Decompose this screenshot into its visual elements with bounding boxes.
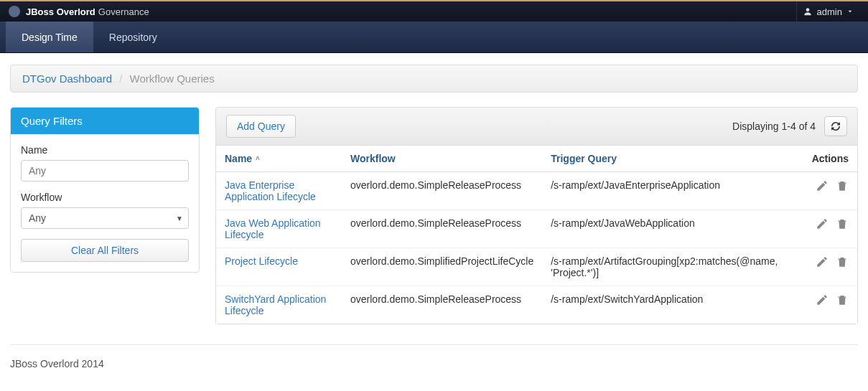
brand-logo-icon: [9, 6, 20, 17]
filters-panel: Query Filters Name Workflow Any ▼: [10, 107, 200, 273]
trigger-cell: /s-ramp/ext/JavaWebApplication: [542, 210, 803, 248]
query-name-link[interactable]: Project Lifecycle: [225, 255, 298, 267]
trash-icon: [836, 179, 849, 192]
header-actions: Actions: [803, 146, 857, 172]
trash-icon: [836, 293, 849, 306]
table-row: Java Web Application Lifecycleoverlord.d…: [216, 210, 857, 248]
edit-button[interactable]: [816, 293, 829, 308]
name-filter-input[interactable]: [21, 160, 189, 182]
query-name-link[interactable]: Java Web Application Lifecycle: [225, 217, 321, 240]
header-workflow[interactable]: Workflow: [342, 146, 542, 172]
refresh-button[interactable]: [824, 116, 847, 136]
table-row: Project Lifecycleoverlord.demo.Simplifie…: [216, 248, 857, 286]
edit-button[interactable]: [816, 217, 829, 232]
user-menu[interactable]: admin: [796, 1, 859, 22]
delete-button[interactable]: [836, 293, 849, 308]
breadcrumb-separator: /: [119, 72, 122, 85]
queries-table: Name ^ Workflow Trigger Query Actions Ja…: [216, 146, 857, 324]
user-name: admin: [817, 6, 842, 17]
brand-subtitle: Governance: [98, 6, 149, 17]
breadcrumb: DTGov Dashboard / Workflow Queries: [10, 65, 858, 93]
workflow-cell: overlord.demo.SimplifiedProjectLifeCycle: [342, 248, 542, 286]
edit-button[interactable]: [816, 255, 829, 270]
workflow-filter-select[interactable]: Any: [21, 207, 189, 229]
trash-icon: [836, 217, 849, 230]
table-row: Java Enterprise Application Lifecycleove…: [216, 172, 857, 210]
trigger-cell: /s-ramp/ext/SwitchYardApplication: [542, 286, 803, 324]
workflow-cell: overlord.demo.SimpleReleaseProcess: [342, 210, 542, 248]
trash-icon: [836, 255, 849, 268]
query-name-link[interactable]: SwitchYard Application Lifecycle: [225, 293, 326, 316]
trigger-cell: /s-ramp/ext/JavaEnterpriseApplication: [542, 172, 803, 210]
edit-icon: [816, 255, 829, 268]
add-query-button[interactable]: Add Query: [226, 115, 296, 138]
breadcrumb-root[interactable]: DTGov Dashboard: [22, 72, 112, 85]
edit-icon: [816, 217, 829, 230]
tab-label: Repository: [109, 32, 157, 43]
toolbar: Add Query Displaying 1-4 of 4: [215, 107, 858, 146]
delete-button[interactable]: [836, 217, 849, 232]
edit-icon: [816, 293, 829, 306]
name-filter-label: Name: [21, 144, 189, 156]
refresh-icon: [831, 121, 841, 131]
workflow-cell: overlord.demo.SimpleReleaseProcess: [342, 172, 542, 210]
tab-repository[interactable]: Repository: [93, 22, 173, 52]
footer: JBoss Overlord 2014: [10, 344, 858, 369]
filters-title: Query Filters: [11, 108, 199, 134]
tab-label: Design Time: [22, 32, 78, 43]
tab-design-time[interactable]: Design Time: [6, 22, 93, 52]
delete-button[interactable]: [836, 255, 849, 270]
workflow-cell: overlord.demo.SimpleReleaseProcess: [342, 286, 542, 324]
workflow-filter-label: Workflow: [21, 192, 189, 203]
sort-asc-icon: ^: [253, 156, 260, 164]
table-row: SwitchYard Application Lifecycleoverlord…: [216, 286, 857, 324]
brand-name: JBoss Overlord: [26, 6, 95, 17]
pagination-text: Displaying 1-4 of 4: [732, 121, 816, 132]
clear-filters-button[interactable]: Clear All Filters: [21, 239, 189, 262]
trigger-cell: /s-ramp/ext/ArtifactGrouping[xp2:matches…: [542, 248, 803, 286]
breadcrumb-current: Workflow Queries: [130, 72, 215, 85]
top-bar: JBoss Overlord Governance admin: [0, 0, 868, 22]
edit-button[interactable]: [816, 179, 829, 194]
header-trigger[interactable]: Trigger Query: [542, 146, 803, 172]
delete-button[interactable]: [836, 179, 849, 194]
nav-bar: Design Time Repository: [0, 22, 868, 53]
query-name-link[interactable]: Java Enterprise Application Lifecycle: [225, 179, 316, 202]
header-name[interactable]: Name ^: [216, 146, 342, 172]
chevron-down-icon: [846, 8, 854, 15]
user-icon: [803, 6, 813, 17]
svg-point-0: [806, 8, 809, 11]
edit-icon: [816, 179, 829, 192]
